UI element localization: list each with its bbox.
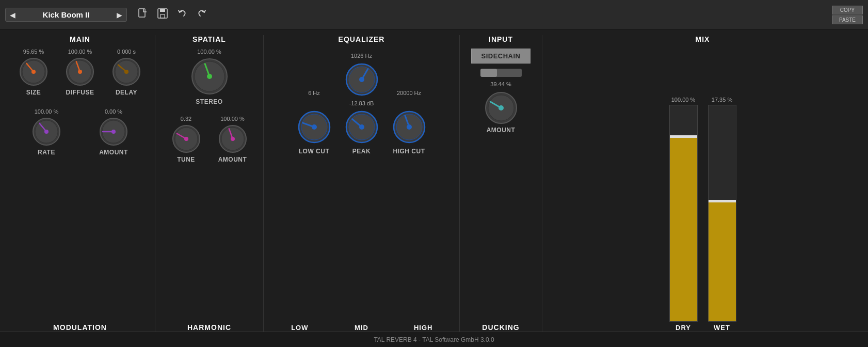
paste-button[interactable]: PASTE (832, 15, 863, 24)
peak-label: PEAK (352, 148, 371, 155)
diffuse-knob-group: 100.00 % DIFFUSE (62, 49, 98, 96)
svg-point-6 (31, 70, 36, 74)
top-bar-right: COPY PASTE (832, 6, 863, 24)
delay-value: 0.000 s (108, 49, 144, 55)
high-cut-knob[interactable] (391, 108, 428, 146)
size-knob[interactable] (18, 56, 50, 88)
preset-name: Kick Boom II (20, 10, 112, 19)
rate-value: 100.00 % (28, 108, 65, 115)
svg-point-42 (499, 105, 504, 111)
equalizer-section: EQUALIZER 6 Hz LOW CUT (264, 35, 460, 332)
stereo-value: 100.00 % (191, 49, 228, 55)
rate-label: RATE (38, 149, 55, 156)
wet-col: 17.35 % WET (708, 97, 736, 332)
low-cut-col: 6 Hz LOW CUT (296, 90, 333, 155)
undo-button[interactable] (174, 7, 190, 23)
svg-point-15 (44, 130, 49, 134)
low-cut-knob[interactable] (296, 108, 333, 146)
high-hz-label: 20000 Hz (397, 90, 421, 96)
ducking-label: DUCKING (482, 323, 519, 332)
equalizer-title: EQUALIZER (339, 35, 385, 43)
mix-title: MIX (696, 35, 710, 43)
redo-button[interactable] (194, 7, 210, 23)
bottom-bar: TAL REVERB 4 - TAL Software GmbH 3.0.0 (0, 332, 868, 347)
eq-mid-label: MID (341, 324, 382, 332)
diffuse-label: DIFFUSE (66, 89, 94, 96)
harmonic-amount-knob-group: 100.00 % AMOUNT (215, 116, 251, 163)
save-button[interactable] (155, 7, 170, 23)
harmonic-label: HARMONIC (187, 319, 231, 332)
delay-knob-group: 0.000 s DELAY (108, 49, 144, 96)
size-knob-group: 95.65 % SIZE (15, 49, 52, 96)
tune-label: TUNE (177, 156, 195, 163)
size-value: 95.65 % (15, 49, 52, 55)
tune-value: 0.32 (168, 116, 204, 122)
toolbar-icons (135, 7, 210, 23)
tune-knob[interactable] (170, 123, 202, 155)
size-label: SIZE (26, 89, 41, 96)
top-bar: ◀ Kick Boom II ▶ COPY PASTE (0, 0, 868, 30)
mid-hz-label: 1026 Hz (351, 53, 372, 59)
harmonic-amount-knob[interactable] (217, 123, 249, 155)
delay-knob[interactable] (110, 56, 142, 88)
diffuse-knob[interactable] (64, 56, 96, 88)
main-knobs-row: 95.65 % SIZE 100.00 % (15, 49, 144, 96)
spatial-section: SPATIAL 100.00 % STEREO 0.3 (155, 35, 264, 332)
prev-preset-button[interactable]: ◀ (10, 11, 15, 19)
mod-amount-knob[interactable] (98, 116, 130, 148)
high-cut-label: HIGH CUT (393, 148, 425, 155)
svg-point-27 (231, 137, 235, 141)
mod-amount-label: AMOUNT (99, 149, 128, 156)
dry-col: 100.00 % DRY (669, 97, 698, 332)
stereo-knob-group: 100.00 % STEREO (189, 49, 230, 105)
peak-knob-top[interactable] (343, 61, 380, 98)
main-title: MAIN (70, 35, 90, 43)
plugin-container: ◀ Kick Boom II ▶ COPY PASTE MAIN (0, 0, 868, 347)
spatial-title: SPATIAL (192, 35, 226, 43)
harmonic-knobs-row: 0.32 TUNE 100.00 % (168, 116, 251, 163)
new-button[interactable] (135, 7, 151, 23)
low-cut-label: LOW CUT (299, 148, 330, 155)
dry-fader[interactable] (669, 105, 698, 322)
peak-knob[interactable] (343, 108, 380, 146)
svg-rect-3 (160, 14, 165, 18)
svg-rect-0 (139, 9, 145, 17)
svg-point-36 (359, 124, 364, 130)
wet-marker (709, 200, 736, 202)
svg-point-18 (111, 130, 116, 134)
svg-point-12 (124, 70, 128, 74)
input-amount-knob[interactable] (483, 89, 520, 127)
wet-fader[interactable] (708, 105, 736, 322)
mod-amount-value: 0.00 % (95, 108, 132, 115)
svg-point-24 (184, 137, 188, 141)
mid-db-label: -12.83 dB (349, 100, 374, 106)
mix-section: MIX 100.00 % DRY 17.35 % (542, 35, 863, 332)
svg-point-39 (407, 124, 412, 130)
dry-value: 100.00 % (671, 97, 695, 103)
input-amount-label: AMOUNT (487, 127, 516, 134)
sidechain-button[interactable]: SIDECHAIN (471, 49, 530, 64)
rate-knob-group: 100.00 % RATE (28, 108, 65, 156)
wet-label: WET (714, 324, 730, 332)
svg-point-30 (312, 124, 317, 130)
modulation-label: MODULATION (53, 319, 107, 332)
svg-point-33 (359, 77, 364, 82)
high-cut-col: 20000 Hz HIGH CUT (391, 90, 428, 155)
svg-rect-2 (160, 9, 165, 12)
main-content: MAIN 95.65 % SIZE (0, 30, 868, 332)
input-slider-track[interactable] (480, 69, 522, 77)
tune-knob-group: 0.32 TUNE (168, 116, 204, 163)
harmonic-amount-value: 100.00 % (215, 116, 251, 122)
input-section: INPUT SIDECHAIN 39.44 % AMOUNT (460, 35, 542, 332)
low-hz-label: 6 Hz (308, 90, 320, 96)
wet-fill (709, 202, 736, 321)
mod-amount-knob-group: 0.00 % AMOUNT (95, 108, 132, 156)
rate-knob[interactable] (30, 116, 62, 148)
harmonic-amount-label: AMOUNT (218, 156, 247, 163)
stereo-knob[interactable] (189, 56, 230, 97)
copy-button[interactable]: COPY (832, 6, 863, 14)
preset-nav: ◀ Kick Boom II ▶ (5, 8, 127, 22)
input-slider-fill (480, 69, 497, 77)
eq-high-label: HIGH (403, 324, 444, 332)
next-preset-button[interactable]: ▶ (117, 11, 122, 19)
